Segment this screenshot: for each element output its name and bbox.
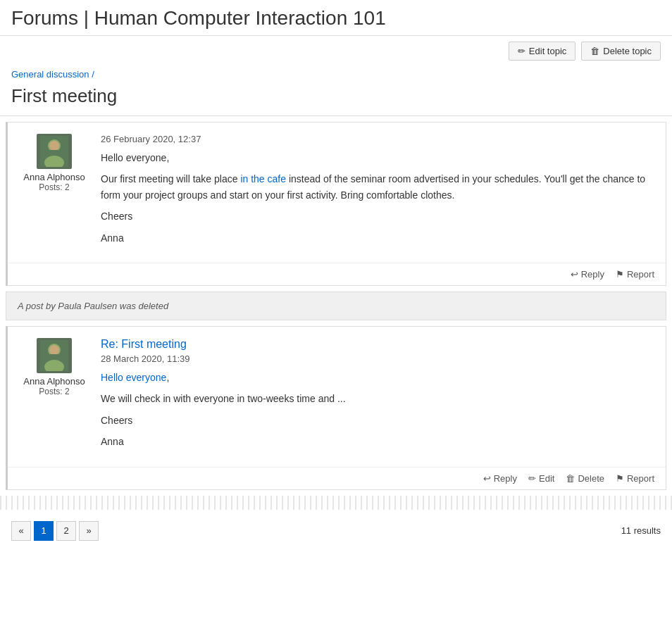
pagination-prev[interactable]: « [11, 521, 31, 541]
breadcrumb: General discussion / [0, 66, 672, 82]
edit-topic-button[interactable]: ✏ Edit topic [509, 42, 575, 61]
post-date-2: 28 March 2020, 11:39 [101, 353, 654, 364]
reply-label-1: Reply [581, 269, 604, 280]
pagination-page-1[interactable]: 1 [34, 521, 54, 541]
reply-button-1[interactable]: ↩ Reply [571, 269, 604, 280]
posts-container: Anna Alphonso Posts: 2 26 February 2020,… [0, 122, 672, 490]
post-author-1: Anna Alphonso Posts: 2 [19, 134, 89, 251]
avatar-1 [37, 134, 72, 169]
post-para-1-2: Our first meeting will take place in the… [101, 171, 654, 203]
post-content-2: Re: First meeting 28 March 2020, 11:39 H… [101, 338, 654, 456]
author-name-2: Anna Alphonso [23, 376, 85, 387]
post-actions-1: ↩ Reply ⚑ Report [8, 263, 666, 285]
highlight-1: in the cafe [240, 173, 286, 184]
post-para-1-3: Cheers [101, 208, 654, 224]
deleted-post-notice: A post by Paula Paulsen was deleted [6, 292, 666, 320]
post-para-2-3: Cheers [101, 413, 654, 428]
page-title: Forums | Human Computer Interaction 101 [0, 0, 672, 36]
post-date-1: 26 February 2020, 12:37 [101, 134, 654, 144]
pagination-next[interactable]: » [79, 521, 99, 541]
post-para-2-1: Hello everyone, [101, 370, 654, 385]
report-label-2: Report [627, 473, 654, 484]
topic-title: First meeting [0, 82, 672, 115]
svg-point-3 [49, 141, 59, 151]
pencil-icon: ✏ [518, 46, 525, 56]
author-posts-1: Posts: 2 [39, 182, 69, 192]
edit-label-2: Edit [539, 473, 554, 484]
avatar-2 [37, 338, 72, 373]
reply-icon-2: ↩ [483, 473, 491, 484]
highlight-2b: everyone [126, 372, 167, 383]
author-posts-2: Posts: 2 [39, 387, 69, 396]
post-para-2-2: We will check in with everyone in two-we… [101, 391, 654, 406]
results-count: 11 results [621, 525, 661, 536]
post-author-2: Anna Alphonso Posts: 2 [19, 338, 89, 456]
post-body-1: Hello everyone, Our first meeting will t… [101, 150, 654, 246]
trash-icon-2: 🗑 [566, 473, 575, 484]
delete-topic-button[interactable]: 🗑 Delete topic [581, 42, 661, 61]
post-para-1-1: Hello everyone, [101, 150, 654, 165]
svg-point-7 [49, 345, 59, 355]
breadcrumb-link[interactable]: General discussion / [11, 69, 94, 80]
top-actions-bar: ✏ Edit topic 🗑 Delete topic [0, 36, 672, 66]
post-subject-2: Re: First meeting [101, 338, 654, 351]
flag-icon-2: ⚑ [616, 473, 624, 484]
report-label-1: Report [627, 269, 654, 280]
reply-label-2: Reply [494, 473, 517, 484]
flag-icon-1: ⚑ [616, 269, 624, 280]
post-card-1: Anna Alphonso Posts: 2 26 February 2020,… [6, 122, 666, 286]
author-name-1: Anna Alphonso [23, 172, 85, 182]
post-actions-2: ↩ Reply ✏ Edit 🗑 Delete ⚑ Report [8, 467, 666, 489]
trash-icon: 🗑 [590, 46, 599, 56]
report-button-2[interactable]: ⚑ Report [616, 473, 654, 484]
edit-button-2[interactable]: ✏ Edit [528, 473, 554, 484]
pagination: « 1 2 » 11 results [0, 513, 672, 549]
post-body-2: Hello everyone, We will check in with ev… [101, 370, 654, 450]
reply-button-2[interactable]: ↩ Reply [483, 473, 517, 484]
deleted-notice-text: A post by Paula Paulsen was deleted [18, 301, 168, 311]
delete-button-2[interactable]: 🗑 Delete [566, 473, 604, 484]
edit-topic-label: Edit topic [529, 46, 566, 56]
post-para-2-4: Anna [101, 434, 654, 449]
highlight-2a: Hello [101, 372, 123, 383]
post-para-1-4: Anna [101, 230, 654, 246]
reply-icon-1: ↩ [571, 269, 578, 280]
post-card-2: Anna Alphonso Posts: 2 Re: First meeting… [6, 326, 666, 490]
delete-topic-label: Delete topic [603, 46, 652, 56]
delete-label-2: Delete [578, 473, 604, 484]
post-content-1: 26 February 2020, 12:37 Hello everyone, … [101, 134, 654, 251]
report-button-1[interactable]: ⚑ Report [616, 269, 654, 280]
wave-separator [0, 496, 672, 510]
edit-icon-2: ✏ [528, 473, 536, 484]
pagination-page-2[interactable]: 2 [56, 521, 76, 541]
